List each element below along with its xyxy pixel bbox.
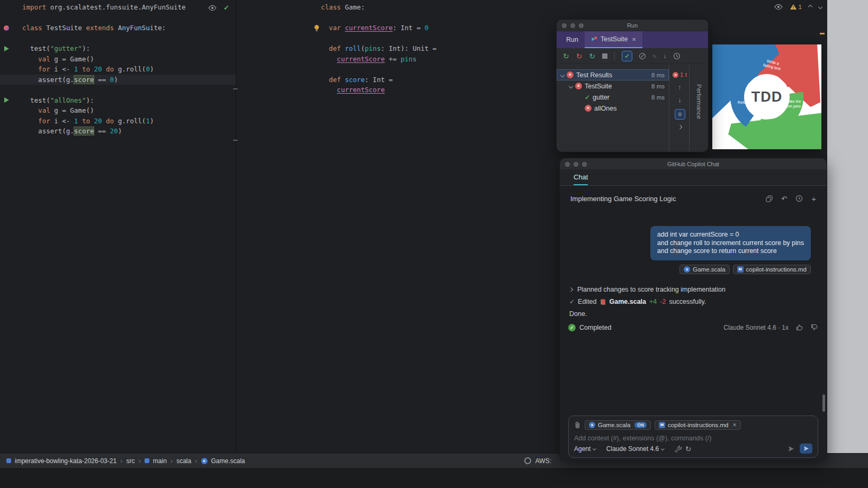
aws-label: AWS: bbox=[535, 457, 551, 465]
code-line[interactable]: var currentScore: Int = 0 bbox=[236, 23, 827, 33]
breadcrumb-item[interactable]: scala bbox=[176, 457, 191, 465]
model-select[interactable]: Claude Sonnet 4.6 bbox=[606, 445, 664, 453]
chevron-down-icon[interactable] bbox=[560, 73, 565, 77]
run-class-gutter-icon[interactable] bbox=[4, 25, 9, 31]
test-tree-row[interactable]: ×TestSuite8 ms bbox=[557, 80, 669, 92]
code-line[interactable]: test("gutter"): bbox=[0, 43, 236, 54]
gutter bbox=[236, 2, 321, 13]
filter-tests-icon[interactable]: ≡ bbox=[675, 109, 685, 120]
copy-thread-icon[interactable] bbox=[766, 195, 773, 202]
no-problems-icon[interactable]: ✓ bbox=[223, 4, 229, 12]
chat-window-titlebar[interactable]: GitHub Copilot Chat bbox=[560, 158, 827, 170]
agent-mode-select[interactable]: Agent bbox=[574, 445, 596, 453]
breadcrumb-item[interactable]: imperative-bowling-kata-2026-03-21 bbox=[15, 457, 117, 465]
code-line[interactable]: for i <- 1 to 20 do g.roll(0) bbox=[0, 64, 236, 75]
intention-bulb-icon[interactable] bbox=[314, 24, 320, 32]
aws-status[interactable]: AWS: bbox=[524, 457, 551, 465]
tab-run[interactable]: Run bbox=[560, 31, 585, 48]
tab-chat[interactable]: Chat bbox=[574, 170, 588, 185]
code-line[interactable]: assert(g.score == 0) bbox=[0, 75, 236, 85]
secondary-send-icon[interactable] bbox=[788, 446, 794, 452]
performance-tab[interactable]: Performance bbox=[689, 64, 708, 152]
rerun-failed-tests-icon[interactable]: ↻ bbox=[576, 52, 583, 60]
code-token: currentScore bbox=[337, 55, 384, 63]
tools-icon[interactable] bbox=[675, 445, 682, 453]
code-line[interactable]: import org.scalatest.funsuite.AnyFunSuit… bbox=[0, 2, 236, 13]
chat-input[interactable]: Add context (#), extensions (@), command… bbox=[574, 435, 812, 442]
send-button[interactable] bbox=[800, 444, 812, 454]
attachment-chip[interactable]: Mcopilot-instructions.md× bbox=[655, 420, 740, 430]
code-token: do bbox=[106, 117, 114, 125]
undo-icon[interactable]: ↶ bbox=[781, 195, 787, 202]
code-line[interactable] bbox=[0, 33, 236, 44]
window-controls[interactable] bbox=[565, 162, 587, 167]
planned-changes-row[interactable]: Planned changes to score tracking implem… bbox=[560, 286, 827, 293]
chat-scrollbar[interactable] bbox=[822, 394, 825, 412]
code-line[interactable] bbox=[236, 13, 827, 23]
code-text: for i <- 1 to 20 do g.roll(1) bbox=[22, 116, 154, 126]
code-line[interactable]: assert(g.score == 20) bbox=[0, 126, 236, 137]
chevron-right-icon[interactable] bbox=[569, 287, 573, 291]
show-ignored-icon[interactable] bbox=[639, 53, 646, 59]
gutter bbox=[0, 43, 22, 54]
highlighting-eye-icon[interactable] bbox=[208, 5, 217, 11]
breadcrumb-item[interactable]: src bbox=[126, 457, 135, 465]
attachment-chip[interactable]: Mcopilot-instructions.md bbox=[733, 265, 811, 274]
rerun-tests-icon[interactable]: ↻ bbox=[563, 52, 569, 60]
run-test-gutter-icon[interactable] bbox=[4, 97, 9, 103]
code-line[interactable]: val g = Game() bbox=[0, 54, 236, 65]
code-line[interactable] bbox=[0, 85, 236, 95]
tab-testsuite[interactable]: TestSuite × bbox=[585, 31, 642, 48]
stop-icon[interactable] bbox=[602, 53, 607, 59]
attachment-chip[interactable]: sGame.scala bbox=[679, 265, 729, 274]
context-on-badge[interactable]: ON bbox=[634, 422, 647, 428]
left-inspections-widget: ✓ bbox=[208, 4, 229, 12]
run-window-titlebar[interactable]: Run bbox=[557, 20, 708, 31]
code-line[interactable] bbox=[236, 33, 827, 44]
next-failed-test-icon[interactable]: ↓ bbox=[678, 96, 682, 103]
refresh-icon[interactable]: ↻ bbox=[685, 445, 692, 453]
code-line[interactable]: for i <- 1 to 20 do g.roll(1) bbox=[0, 116, 236, 126]
warning-stripe-mark[interactable] bbox=[820, 33, 825, 34]
remove-attachment-icon[interactable]: × bbox=[733, 421, 737, 429]
new-chat-icon[interactable]: + bbox=[811, 195, 816, 203]
breadcrumb-item[interactable]: Game.scala bbox=[211, 457, 245, 465]
next-problem-icon[interactable] bbox=[818, 5, 822, 9]
expand-panel-icon[interactable] bbox=[677, 125, 682, 129]
chat-input-box[interactable]: sGame.scalaONMcopilot-instructions.md× A… bbox=[568, 415, 818, 458]
window-controls[interactable] bbox=[562, 23, 584, 28]
module-icon bbox=[145, 458, 149, 463]
chevron-down-icon[interactable] bbox=[569, 84, 573, 88]
import-test-results-icon[interactable]: ↓ bbox=[663, 53, 666, 59]
run-test-gutter-icon[interactable] bbox=[4, 46, 9, 51]
show-passed-toggle[interactable]: ✓ bbox=[622, 51, 632, 61]
sort-icon[interactable]: ↑↓ bbox=[652, 53, 656, 59]
code-line[interactable]: val g = Game() bbox=[0, 105, 236, 116]
breadcrumb-item[interactable]: main bbox=[153, 457, 167, 465]
editor-splitter[interactable] bbox=[236, 0, 236, 453]
test-tree-row[interactable]: ×Test Results8 ms bbox=[557, 69, 669, 80]
history-icon[interactable] bbox=[673, 52, 681, 60]
thumbs-down-icon[interactable] bbox=[811, 324, 818, 331]
attach-icon[interactable] bbox=[574, 421, 581, 429]
thumbs-up-icon[interactable] bbox=[796, 324, 803, 331]
close-tab-icon[interactable]: × bbox=[632, 35, 636, 43]
splitter-grip[interactable] bbox=[233, 140, 238, 141]
code-token: 20 bbox=[94, 117, 102, 125]
code-line[interactable]: test("allOnes"): bbox=[0, 95, 236, 106]
run-with-coverage-icon[interactable]: ↻ bbox=[589, 52, 595, 60]
prev-problem-icon[interactable] bbox=[808, 5, 812, 9]
code-line[interactable]: class TestSuite extends AnyFunSuite: bbox=[0, 23, 236, 33]
splitter-grip[interactable] bbox=[233, 88, 238, 89]
highlighting-eye-icon[interactable] bbox=[774, 4, 783, 10]
edited-file-name[interactable]: Game.scala bbox=[610, 298, 647, 305]
test-tree-row[interactable]: ✓gutter8 ms bbox=[557, 92, 669, 103]
code-line[interactable]: class Game: bbox=[236, 2, 827, 13]
attachment-chip[interactable]: sGame.scalaON bbox=[585, 420, 651, 430]
code-line[interactable] bbox=[0, 13, 236, 23]
code-token: org.scalatest.funsuite.AnyFunSuite bbox=[46, 3, 185, 11]
warning-count-widget[interactable]: 1 bbox=[790, 4, 802, 10]
chat-history-icon[interactable] bbox=[795, 195, 803, 202]
previous-failed-test-icon[interactable]: ↑ bbox=[678, 84, 682, 91]
test-tree-row[interactable]: ×allOnes bbox=[557, 103, 669, 114]
